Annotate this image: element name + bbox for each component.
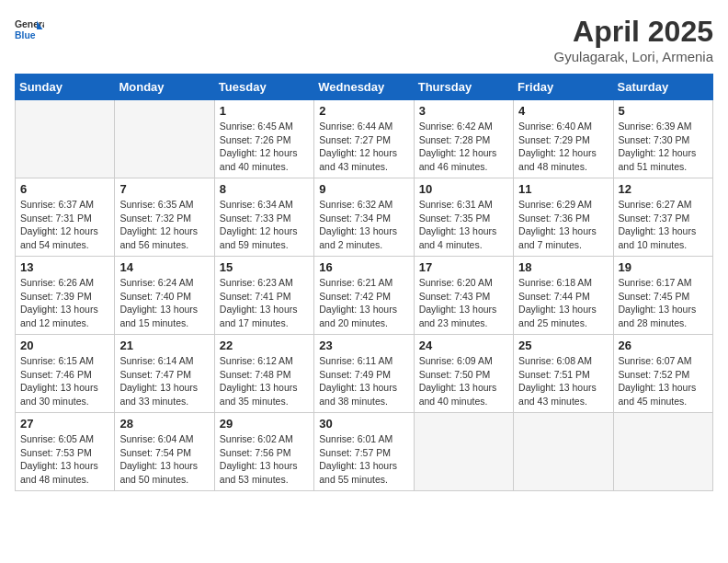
day-info: Sunrise: 6:45 AM Sunset: 7:26 PM Dayligh… — [220, 120, 309, 174]
calendar-day-cell: 25Sunrise: 6:08 AM Sunset: 7:51 PM Dayli… — [514, 335, 613, 413]
day-info: Sunrise: 6:21 AM Sunset: 7:42 PM Dayligh… — [319, 276, 408, 330]
day-info: Sunrise: 6:05 AM Sunset: 7:53 PM Dayligh… — [20, 432, 109, 487]
day-info: Sunrise: 6:31 AM Sunset: 7:35 PM Dayligh… — [419, 198, 508, 252]
calendar-day-cell: 29Sunrise: 6:02 AM Sunset: 7:56 PM Dayli… — [214, 413, 313, 491]
day-number: 24 — [419, 339, 508, 352]
calendar-subtitle: Gyulagarak, Lori, Armenia — [554, 49, 713, 64]
day-info: Sunrise: 6:18 AM Sunset: 7:44 PM Dayligh… — [518, 276, 608, 330]
calendar-day-cell: 20Sunrise: 6:15 AM Sunset: 7:46 PM Dayli… — [16, 335, 115, 413]
day-info: Sunrise: 6:09 AM Sunset: 7:50 PM Dayligh… — [419, 354, 508, 408]
day-number: 5 — [619, 104, 708, 118]
day-info: Sunrise: 6:23 AM Sunset: 7:41 PM Dayligh… — [220, 276, 309, 330]
calendar-week-row: 13Sunrise: 6:26 AM Sunset: 7:39 PM Dayli… — [16, 257, 713, 335]
day-number: 21 — [119, 339, 209, 352]
day-info: Sunrise: 6:20 AM Sunset: 7:43 PM Dayligh… — [419, 276, 508, 330]
calendar-day-cell: 18Sunrise: 6:18 AM Sunset: 7:44 PM Dayli… — [514, 257, 613, 335]
day-number: 25 — [518, 339, 608, 352]
title-area: April 2025 Gyulagarak, Lori, Armenia — [554, 15, 713, 64]
calendar-day-cell — [115, 100, 214, 178]
day-number: 11 — [518, 182, 608, 196]
day-number: 13 — [20, 260, 109, 274]
calendar-day-cell: 6Sunrise: 6:37 AM Sunset: 7:31 PM Daylig… — [16, 178, 115, 257]
calendar-week-row: 6Sunrise: 6:37 AM Sunset: 7:31 PM Daylig… — [16, 178, 713, 257]
day-number: 28 — [119, 417, 209, 431]
calendar-week-row: 27Sunrise: 6:05 AM Sunset: 7:53 PM Dayli… — [16, 413, 713, 491]
calendar-day-cell: 5Sunrise: 6:39 AM Sunset: 7:30 PM Daylig… — [613, 100, 712, 178]
calendar-day-cell: 24Sunrise: 6:09 AM Sunset: 7:50 PM Dayli… — [414, 335, 513, 413]
day-number: 8 — [220, 182, 309, 196]
calendar-week-row: 20Sunrise: 6:15 AM Sunset: 7:46 PM Dayli… — [16, 335, 713, 413]
calendar-day-cell: 8Sunrise: 6:34 AM Sunset: 7:33 PM Daylig… — [214, 178, 313, 257]
calendar-day-cell: 15Sunrise: 6:23 AM Sunset: 7:41 PM Dayli… — [214, 257, 313, 335]
day-info: Sunrise: 6:39 AM Sunset: 7:30 PM Dayligh… — [619, 120, 708, 174]
calendar-day-cell: 9Sunrise: 6:32 AM Sunset: 7:34 PM Daylig… — [314, 178, 414, 257]
day-info: Sunrise: 6:26 AM Sunset: 7:39 PM Dayligh… — [20, 276, 109, 330]
day-info: Sunrise: 6:04 AM Sunset: 7:54 PM Dayligh… — [119, 432, 209, 487]
day-info: Sunrise: 6:32 AM Sunset: 7:34 PM Dayligh… — [319, 198, 408, 252]
svg-text:Blue: Blue — [15, 30, 36, 40]
calendar-day-cell: 19Sunrise: 6:17 AM Sunset: 7:45 PM Dayli… — [613, 257, 712, 335]
day-info: Sunrise: 6:02 AM Sunset: 7:56 PM Dayligh… — [220, 432, 309, 487]
calendar-day-cell: 23Sunrise: 6:11 AM Sunset: 7:49 PM Dayli… — [314, 335, 414, 413]
day-number: 18 — [518, 260, 608, 274]
calendar-table: SundayMondayTuesdayWednesdayThursdayFrid… — [15, 74, 713, 491]
day-number: 7 — [119, 182, 209, 196]
day-number: 29 — [220, 417, 309, 431]
day-info: Sunrise: 6:07 AM Sunset: 7:52 PM Dayligh… — [619, 354, 708, 408]
day-of-week-header: Sunday — [16, 75, 115, 100]
day-of-week-header: Saturday — [613, 75, 712, 100]
day-number: 27 — [20, 417, 109, 431]
calendar-day-cell: 16Sunrise: 6:21 AM Sunset: 7:42 PM Dayli… — [314, 257, 414, 335]
calendar-day-cell: 2Sunrise: 6:44 AM Sunset: 7:27 PM Daylig… — [314, 100, 414, 178]
calendar-day-cell: 3Sunrise: 6:42 AM Sunset: 7:28 PM Daylig… — [414, 100, 513, 178]
day-info: Sunrise: 6:01 AM Sunset: 7:57 PM Dayligh… — [319, 432, 408, 487]
day-of-week-header: Monday — [115, 75, 214, 100]
day-info: Sunrise: 6:29 AM Sunset: 7:36 PM Dayligh… — [518, 198, 608, 252]
day-number: 19 — [619, 260, 708, 274]
calendar-day-cell: 17Sunrise: 6:20 AM Sunset: 7:43 PM Dayli… — [414, 257, 513, 335]
day-of-week-header: Thursday — [414, 75, 513, 100]
day-number: 30 — [319, 417, 408, 431]
calendar-day-cell — [16, 100, 115, 178]
day-info: Sunrise: 6:14 AM Sunset: 7:47 PM Dayligh… — [119, 354, 209, 408]
calendar-day-cell: 22Sunrise: 6:12 AM Sunset: 7:48 PM Dayli… — [214, 335, 313, 413]
day-number: 22 — [220, 339, 309, 352]
calendar-day-cell: 30Sunrise: 6:01 AM Sunset: 7:57 PM Dayli… — [314, 413, 414, 491]
day-number: 15 — [220, 260, 309, 274]
day-number: 4 — [518, 104, 608, 118]
day-info: Sunrise: 6:27 AM Sunset: 7:37 PM Dayligh… — [619, 198, 708, 252]
calendar-day-cell — [414, 413, 513, 491]
day-info: Sunrise: 6:34 AM Sunset: 7:33 PM Dayligh… — [220, 198, 309, 252]
day-info: Sunrise: 6:42 AM Sunset: 7:28 PM Dayligh… — [419, 120, 508, 174]
day-info: Sunrise: 6:15 AM Sunset: 7:46 PM Dayligh… — [20, 354, 109, 408]
day-of-week-header: Wednesday — [314, 75, 414, 100]
day-of-week-header: Friday — [514, 75, 613, 100]
logo: General Blue — [15, 15, 44, 44]
day-number: 17 — [419, 260, 508, 274]
logo-icon: General Blue — [15, 15, 44, 44]
calendar-day-cell: 7Sunrise: 6:35 AM Sunset: 7:32 PM Daylig… — [115, 178, 214, 257]
calendar-week-row: 1Sunrise: 6:45 AM Sunset: 7:26 PM Daylig… — [16, 100, 713, 178]
calendar-day-cell: 1Sunrise: 6:45 AM Sunset: 7:26 PM Daylig… — [214, 100, 313, 178]
day-info: Sunrise: 6:08 AM Sunset: 7:51 PM Dayligh… — [518, 354, 608, 408]
calendar-day-cell — [613, 413, 712, 491]
day-info: Sunrise: 6:12 AM Sunset: 7:48 PM Dayligh… — [220, 354, 309, 408]
calendar-day-cell: 12Sunrise: 6:27 AM Sunset: 7:37 PM Dayli… — [613, 178, 712, 257]
calendar-day-cell: 26Sunrise: 6:07 AM Sunset: 7:52 PM Dayli… — [613, 335, 712, 413]
calendar-day-cell: 21Sunrise: 6:14 AM Sunset: 7:47 PM Dayli… — [115, 335, 214, 413]
day-info: Sunrise: 6:40 AM Sunset: 7:29 PM Dayligh… — [518, 120, 608, 174]
day-number: 12 — [619, 182, 708, 196]
day-info: Sunrise: 6:37 AM Sunset: 7:31 PM Dayligh… — [20, 198, 109, 252]
day-info: Sunrise: 6:24 AM Sunset: 7:40 PM Dayligh… — [119, 276, 209, 330]
calendar-day-cell — [514, 413, 613, 491]
day-number: 10 — [419, 182, 508, 196]
calendar-day-cell: 27Sunrise: 6:05 AM Sunset: 7:53 PM Dayli… — [16, 413, 115, 491]
calendar-day-cell: 13Sunrise: 6:26 AM Sunset: 7:39 PM Dayli… — [16, 257, 115, 335]
day-info: Sunrise: 6:44 AM Sunset: 7:27 PM Dayligh… — [319, 120, 408, 174]
day-number: 6 — [20, 182, 109, 196]
calendar-day-cell: 4Sunrise: 6:40 AM Sunset: 7:29 PM Daylig… — [514, 100, 613, 178]
calendar-day-cell: 14Sunrise: 6:24 AM Sunset: 7:40 PM Dayli… — [115, 257, 214, 335]
day-info: Sunrise: 6:35 AM Sunset: 7:32 PM Dayligh… — [119, 198, 209, 252]
day-of-week-header: Tuesday — [214, 75, 313, 100]
day-number: 1 — [220, 104, 309, 118]
